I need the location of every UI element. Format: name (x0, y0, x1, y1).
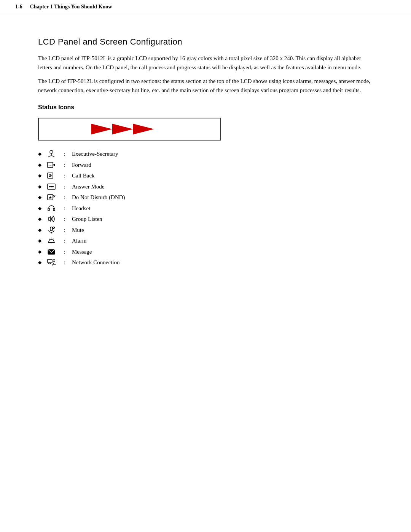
bullet-diamond: ◆ (38, 227, 41, 233)
chapter-title: Chapter 1 Things You Should Know (30, 4, 112, 10)
icon-label: Mute (72, 226, 84, 235)
list-item: ◆ → : Forward (38, 161, 373, 169)
svg-rect-20 (48, 208, 49, 211)
icon-label: Message (72, 248, 92, 256)
network-connection-icon (47, 259, 56, 266)
svg-text:★: ★ (49, 196, 52, 200)
alarm-icon (47, 237, 56, 244)
icon-label: Group Listen (72, 215, 102, 224)
page-header: 1-6 Chapter 1 Things You Should Know (0, 0, 411, 14)
mute-icon (47, 226, 56, 234)
icon-label: Executive-Secretary (72, 150, 118, 158)
icon-cell (45, 183, 58, 190)
icon-cell: → (45, 161, 58, 169)
list-item: ◆ : Answer Mode (38, 182, 373, 191)
icon-label: Do Not Disturb (DND) (72, 193, 125, 202)
icon-label: Call Back (72, 171, 95, 180)
forward-icon: → (47, 161, 56, 169)
svg-rect-23 (50, 227, 53, 231)
svg-marker-0 (91, 124, 112, 134)
svg-marker-22 (48, 217, 51, 221)
icon-label: Headset (72, 204, 90, 213)
bullet-diamond: ◆ (38, 161, 41, 168)
bullet-diamond: ◆ (38, 259, 41, 266)
group-listen-icon (47, 215, 56, 223)
icon-cell (45, 172, 58, 179)
colon-separator: : (61, 182, 68, 191)
colon-separator: : (61, 258, 68, 267)
headset-icon (47, 204, 56, 212)
icon-cell: ★ (45, 193, 58, 201)
svg-point-13 (49, 186, 51, 187)
bullet-diamond: ◆ (38, 205, 41, 212)
colon-separator: : (61, 248, 68, 256)
icon-label: Forward (72, 161, 91, 169)
icon-label: Network Connection (72, 258, 119, 267)
answer-mode-icon (47, 183, 56, 190)
colon-separator: : (61, 193, 68, 202)
lcd-display-box (38, 118, 221, 141)
icon-cell (45, 204, 58, 212)
colon-separator: : (61, 215, 68, 224)
bullet-diamond: ◆ (38, 237, 41, 244)
icon-cell (45, 226, 58, 234)
icon-cell (45, 150, 58, 158)
bullet-diamond: ◆ (38, 194, 41, 201)
executive-secretary-icon (47, 150, 56, 158)
bullet-diamond: ◆ (38, 248, 41, 255)
colon-separator: : (61, 204, 68, 213)
list-item: ◆ : Headset (38, 204, 373, 213)
colon-separator: : (61, 161, 68, 169)
list-item: ◆ : Call Back (38, 171, 373, 180)
list-item: ◆ ★ : Do Not Disturb (DND) (38, 193, 373, 202)
svg-point-15 (52, 186, 54, 187)
list-item: ◆ : Mute (38, 226, 373, 235)
icon-label: Answer Mode (72, 182, 104, 191)
bullet-diamond: ◆ (38, 150, 41, 157)
dnd-icon: ★ (47, 193, 56, 201)
svg-marker-1 (112, 124, 133, 134)
colon-separator: : (61, 171, 68, 180)
list-item: ◆ : Message (38, 248, 373, 256)
icon-cell (45, 259, 58, 266)
icon-cell (45, 215, 58, 223)
icon-cell (45, 248, 58, 256)
colon-separator: : (61, 150, 68, 158)
page-number: 1-6 (15, 4, 22, 10)
list-item: ◆ : Network Connection (38, 258, 373, 267)
page-content: LCD Panel and Screen Configuration The L… (0, 14, 411, 292)
svg-text:→: → (49, 163, 52, 167)
colon-separator: : (61, 226, 68, 235)
svg-point-14 (51, 186, 52, 187)
svg-rect-29 (48, 259, 52, 263)
bullet-diamond: ◆ (38, 183, 41, 190)
svg-point-3 (50, 150, 53, 153)
list-item: ◆ : Executive-Secretary (38, 150, 373, 158)
svg-marker-2 (133, 124, 154, 134)
icon-label: Alarm (72, 236, 86, 245)
bullet-diamond: ◆ (38, 216, 41, 222)
list-item: ◆ : Group Listen (38, 215, 373, 224)
paragraph-2: The LCD of ITP-5012L is configured in tw… (38, 77, 373, 95)
bullet-diamond: ◆ (38, 172, 41, 179)
status-icons-list: ◆ : Executive-Secretary ◆ → : (38, 150, 373, 267)
list-item: ◆ : Alarm (38, 236, 373, 245)
paragraph-1: The LCD panel of ITP-5012L is a graphic … (38, 54, 373, 72)
icon-cell (45, 237, 58, 244)
colon-separator: : (61, 236, 68, 245)
lcd-arrow-graphic (91, 122, 167, 136)
callback-icon (47, 172, 56, 179)
lcd-arrows-svg (91, 122, 167, 136)
svg-rect-21 (53, 208, 55, 211)
message-icon (47, 248, 56, 256)
section-title: LCD Panel and Screen Configuration (38, 37, 373, 47)
status-icons-title: Status Icons (38, 104, 373, 111)
svg-point-33 (53, 260, 55, 262)
